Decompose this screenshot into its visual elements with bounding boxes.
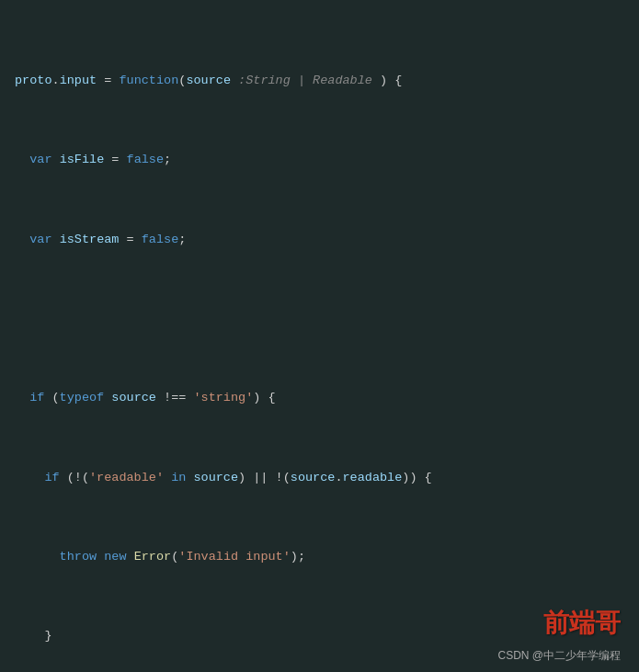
csdn-label: CSDN @中二少年学编程 xyxy=(497,647,621,665)
code-line-8: } xyxy=(15,626,624,646)
code-line-3: var isStream = false; xyxy=(15,230,624,250)
code-line-2: var isFile = false; xyxy=(15,150,624,170)
code-line-4 xyxy=(15,309,624,329)
code-line-6: if (!('readable' in source) || !(source.… xyxy=(15,468,624,488)
code-block: proto.input = function(source :String | … xyxy=(0,0,639,672)
code-line-7: throw new Error('Invalid input'); xyxy=(15,547,624,567)
code-line-1: proto.input = function(source :String | … xyxy=(15,71,624,91)
code-line-5: if (typeof source !== 'string') { xyxy=(15,388,624,408)
watermark: 前端哥 xyxy=(543,603,621,644)
